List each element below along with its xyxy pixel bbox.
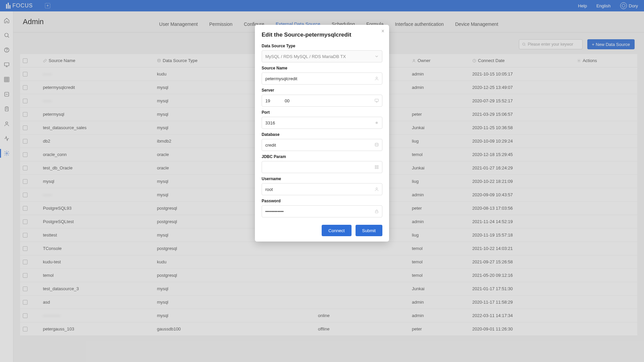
svg-point-14 (376, 77, 378, 79)
svg-rect-20 (377, 167, 378, 169)
ds-type-select[interactable] (262, 50, 382, 62)
source-name-input[interactable] (262, 72, 382, 85)
svg-rect-18 (377, 165, 378, 167)
label-source-name: Source Name (262, 66, 382, 70)
svg-rect-19 (375, 167, 376, 169)
label-port: Port (262, 110, 382, 115)
label-password: Password (262, 199, 382, 203)
username-input[interactable] (262, 183, 382, 195)
modal-overlay: × Edit the Source-petermysqlcredit Data … (0, 0, 644, 362)
label-server: Server (262, 88, 382, 93)
server-input[interactable] (262, 95, 382, 107)
password-input[interactable] (262, 205, 382, 217)
submit-button[interactable]: Submit (356, 225, 382, 236)
user-icon (374, 187, 379, 192)
edit-source-modal: × Edit the Source-petermysqlcredit Data … (255, 25, 389, 242)
database-icon (374, 143, 379, 147)
svg-rect-15 (375, 99, 379, 101)
svg-rect-17 (375, 165, 376, 167)
label-username: Username (262, 176, 382, 181)
monitor-icon (374, 98, 379, 103)
svg-point-16 (375, 143, 378, 144)
close-icon[interactable]: × (381, 28, 384, 34)
svg-rect-22 (375, 211, 378, 213)
chevron-down-icon (374, 54, 379, 59)
label-database: Database (262, 132, 382, 137)
port-input[interactable] (262, 117, 382, 129)
label-jdbc: JDBC Param (262, 154, 382, 159)
jdbc-input[interactable] (262, 161, 382, 173)
modal-title: Edit the Source-petermysqlcredit (262, 32, 382, 38)
user-icon (374, 76, 379, 81)
connect-button[interactable]: Connect (322, 225, 351, 236)
grid-icon (374, 165, 379, 169)
lock-icon (374, 209, 379, 214)
svg-point-21 (376, 188, 378, 189)
label-ds-type: Data Source Type (262, 44, 382, 48)
database-input[interactable] (262, 139, 382, 151)
port-icon (374, 120, 379, 125)
